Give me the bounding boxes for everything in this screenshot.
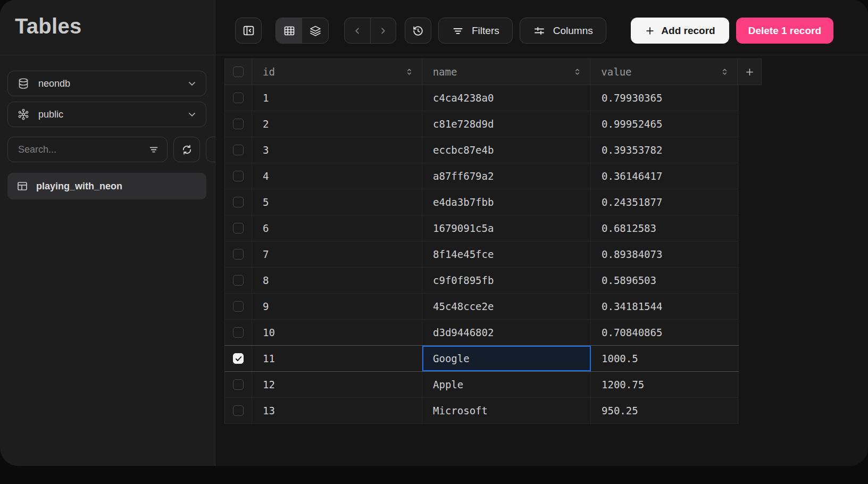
filter-lines-icon	[452, 24, 464, 37]
filter-icon[interactable]	[148, 144, 160, 155]
row-checkbox[interactable]	[233, 379, 244, 390]
cell-id[interactable]: 12	[252, 372, 422, 397]
search-box[interactable]	[7, 137, 168, 162]
cell-name[interactable]: c4ca4238a0	[422, 85, 591, 111]
table-row: 4a87ff679a20.36146417	[225, 163, 739, 189]
row-checkbox[interactable]	[233, 275, 244, 286]
row-checkbox[interactable]	[233, 327, 244, 338]
page-background: Tables neondb	[0, 0, 868, 484]
filters-button-label: Filters	[472, 25, 499, 37]
sidebar-item-playing-with-neon[interactable]: playing_with_neon	[7, 173, 206, 199]
row-checkbox[interactable]	[233, 93, 244, 103]
cell-id[interactable]: 8	[252, 268, 422, 293]
cell-name[interactable]: Microsoft	[422, 398, 591, 423]
row-checkbox[interactable]	[233, 197, 244, 207]
row-checkbox[interactable]	[233, 223, 244, 233]
add-record-button[interactable]: Add record	[631, 18, 729, 44]
add-column-button[interactable]	[738, 59, 762, 85]
cell-name[interactable]: a87ff679a2	[422, 163, 591, 189]
chevron-down-icon	[187, 78, 197, 89]
row-checkbox[interactable]	[233, 119, 244, 129]
cell-value[interactable]: 0.70840865	[591, 320, 738, 345]
delete-record-label: Delete 1 record	[748, 25, 821, 37]
collapse-sidebar-button[interactable]	[235, 18, 262, 44]
sidebar-item-label: playing_with_neon	[36, 181, 122, 192]
history-button[interactable]	[405, 18, 431, 44]
cell-name[interactable]: eccbc87e4b	[422, 137, 591, 163]
filters-button[interactable]: Filters	[438, 18, 513, 44]
schema-select[interactable]: public	[7, 102, 206, 127]
cell-id[interactable]: 3	[252, 137, 422, 163]
cell-name[interactable]: 1679091c5a	[422, 215, 591, 241]
page-title: Tables	[15, 14, 200, 38]
toolbar: Filters Columns	[235, 18, 833, 44]
row-checkbox[interactable]	[233, 171, 244, 181]
cell-name[interactable]: Google	[422, 346, 591, 371]
row-checkbox[interactable]	[233, 249, 244, 260]
cell-value[interactable]: 1200.75	[591, 372, 738, 397]
cell-value[interactable]: 1000.5	[591, 346, 738, 371]
plus-icon	[645, 26, 655, 36]
next-page-button[interactable]	[370, 18, 396, 43]
row-checkbox-checked[interactable]	[233, 353, 244, 364]
column-header-value[interactable]: value	[590, 59, 738, 85]
cell-name[interactable]: 45c48cce2e	[422, 294, 591, 319]
table-row: 2c81e728d9d0.99952465	[225, 111, 739, 137]
panel-left-close-icon	[242, 24, 255, 37]
cell-name[interactable]: c9f0f895fb	[422, 268, 591, 293]
sort-icon[interactable]	[404, 67, 414, 77]
row-checkbox-cell	[225, 215, 252, 241]
table-row: 78f14e45fce0.89384073	[225, 241, 739, 268]
database-select[interactable]: neondb	[7, 71, 206, 96]
table-icon	[16, 180, 29, 193]
main-header: Filters Columns	[215, 0, 868, 55]
cell-value[interactable]: 0.99952465	[591, 111, 738, 137]
sort-icon[interactable]	[720, 67, 730, 77]
cell-name[interactable]: 8f14e45fce	[422, 241, 591, 267]
sort-icon[interactable]	[572, 67, 582, 77]
cell-id[interactable]: 10	[252, 320, 422, 345]
cell-name[interactable]: Apple	[422, 372, 591, 397]
column-header-name[interactable]: name	[422, 59, 591, 85]
row-checkbox[interactable]	[233, 405, 244, 416]
cell-id[interactable]: 9	[252, 294, 422, 319]
cell-id[interactable]: 13	[252, 398, 422, 423]
column-label: id	[263, 66, 275, 78]
row-checkbox[interactable]	[233, 145, 244, 155]
cell-value[interactable]: 0.24351877	[591, 189, 738, 215]
refresh-button[interactable]	[173, 137, 200, 162]
cell-id[interactable]: 11	[252, 346, 422, 371]
columns-button[interactable]: Columns	[520, 18, 606, 44]
cell-name[interactable]: d3d9446802	[422, 320, 591, 345]
cell-id[interactable]: 4	[252, 163, 422, 189]
select-all-checkbox[interactable]	[233, 66, 244, 77]
cell-value[interactable]: 0.89384073	[591, 241, 738, 267]
column-header-id[interactable]: id	[252, 59, 422, 85]
cell-name[interactable]: c81e728d9d	[422, 111, 591, 137]
cell-value[interactable]: 950.25	[591, 398, 738, 423]
prev-page-button[interactable]	[345, 18, 370, 43]
search-input[interactable]	[17, 144, 143, 156]
table-row: 11Google1000.5	[225, 346, 739, 372]
delete-record-button[interactable]: Delete 1 record	[736, 18, 833, 44]
cell-value[interactable]: 0.36146417	[591, 163, 738, 189]
cell-value[interactable]: 0.34181544	[591, 294, 738, 319]
cell-value[interactable]: 0.39353782	[591, 137, 738, 163]
table-row: 61679091c5a0.6812583	[225, 215, 739, 241]
cell-id[interactable]: 7	[252, 241, 422, 267]
row-checkbox[interactable]	[233, 301, 244, 312]
cell-id[interactable]: 2	[252, 111, 422, 137]
cell-value[interactable]: 0.79930365	[591, 85, 738, 111]
cell-name[interactable]: e4da3b7fbb	[422, 189, 591, 215]
cell-id[interactable]: 1	[252, 85, 422, 111]
cell-value[interactable]: 0.6812583	[591, 215, 738, 241]
row-checkbox-cell	[225, 268, 252, 293]
cell-value[interactable]: 0.5896503	[591, 268, 738, 293]
row-checkbox-cell	[225, 111, 252, 137]
cell-id[interactable]: 5	[252, 189, 422, 215]
row-checkbox-cell	[225, 294, 252, 319]
grid-header-row: id name value	[225, 59, 762, 85]
layers-view-tab[interactable]	[302, 18, 328, 43]
cell-id[interactable]: 6	[252, 215, 422, 241]
grid-view-tab[interactable]	[276, 18, 302, 43]
